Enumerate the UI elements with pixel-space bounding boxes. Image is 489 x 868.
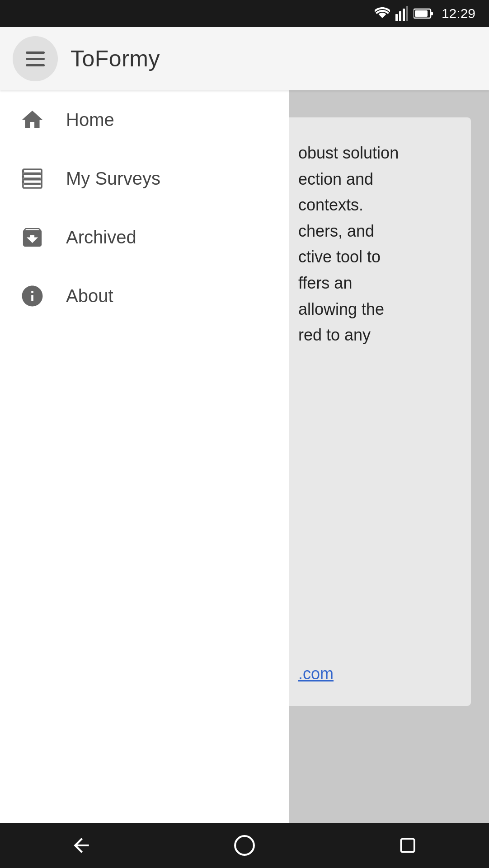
status-time: 12:29: [442, 6, 475, 21]
status-bar: 12:29: [0, 0, 489, 27]
archived-icon: [16, 221, 48, 253]
svg-rect-6: [415, 10, 428, 17]
nav-drawer: Home My Surveys Archived: [0, 90, 289, 823]
svg-rect-0: [395, 14, 398, 21]
svg-rect-2: [403, 9, 405, 21]
about-card: obust solutionection andcontexts.chers, …: [289, 117, 471, 706]
hamburger-icon: [26, 51, 45, 66]
sidebar-item-home-label: Home: [66, 110, 114, 130]
content-area: obust solutionection andcontexts.chers, …: [289, 90, 489, 823]
sidebar-item-home[interactable]: Home: [0, 90, 289, 149]
menu-button[interactable]: [13, 36, 58, 81]
bottom-home-button[interactable]: [226, 827, 263, 863]
svg-rect-3: [406, 6, 408, 21]
status-icons: [375, 6, 433, 21]
about-text: obust solutionection andcontexts.chers, …: [298, 140, 453, 348]
sidebar-item-my-surveys-label: My Surveys: [66, 168, 160, 189]
recent-apps-button[interactable]: [390, 827, 426, 863]
status-bar-right: 12:29: [375, 6, 475, 21]
app-bar: ToFormy: [0, 27, 489, 90]
home-icon: [16, 104, 48, 135]
sidebar-item-archived[interactable]: Archived: [0, 208, 289, 266]
sidebar-item-about-label: About: [66, 286, 113, 306]
about-icon: [16, 280, 48, 312]
signal-icon: [395, 6, 408, 21]
surveys-icon: [16, 163, 48, 194]
battery-icon: [414, 7, 433, 20]
sidebar-item-about[interactable]: About: [0, 266, 289, 325]
svg-rect-11: [401, 839, 414, 852]
bottom-bar: [0, 823, 489, 868]
svg-point-10: [235, 836, 254, 855]
wifi-icon: [375, 7, 390, 20]
sidebar-item-my-surveys[interactable]: My Surveys: [0, 149, 289, 208]
svg-rect-5: [431, 12, 433, 15]
sidebar-item-archived-label: Archived: [66, 227, 136, 247]
app-title: ToFormy: [71, 46, 160, 72]
main-container: Home My Surveys Archived: [0, 90, 489, 823]
back-button[interactable]: [63, 827, 99, 863]
svg-rect-1: [399, 11, 401, 21]
about-link[interactable]: .com: [298, 664, 453, 683]
